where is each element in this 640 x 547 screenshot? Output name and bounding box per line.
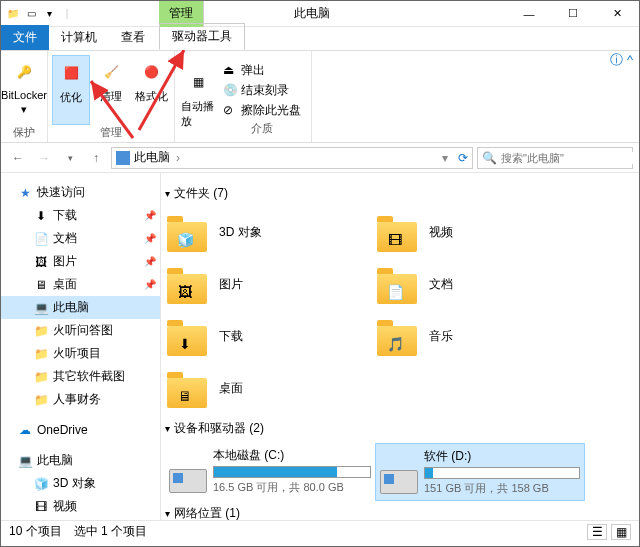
- tree-item-icon: 🖥: [33, 277, 49, 293]
- tree-item-label: 人事财务: [53, 391, 101, 408]
- tree-item[interactable]: 🧊3D 对象: [1, 472, 160, 495]
- tree-item-label: 3D 对象: [53, 475, 96, 492]
- tree-item[interactable]: 🎞视频: [1, 495, 160, 518]
- folder-item[interactable]: 🎞视频: [375, 208, 585, 256]
- folder-icon: 📄: [377, 264, 421, 304]
- star-icon: ★: [17, 185, 33, 201]
- drive-free-text: 16.5 GB 可用，共 80.0 GB: [213, 480, 371, 495]
- tree-item-icon: 🧊: [33, 476, 49, 492]
- chevron-down-icon: ▾: [165, 423, 170, 434]
- folder-icon: 🖥: [167, 368, 211, 408]
- tree-item-label: 火听问答图: [53, 322, 113, 339]
- title-bar: 📁 ▭ ▾ | 管理 此电脑 — ☐ ✕: [1, 1, 639, 27]
- section-network[interactable]: ▾网络位置 (1): [165, 505, 629, 520]
- chevron-down-icon: ▾: [165, 188, 170, 199]
- nav-tree[interactable]: ★快速访问 ⬇下载📌📄文档📌🖼图片📌🖥桌面📌💻此电脑📁火听问答图📁火听项目📁其它…: [1, 173, 161, 520]
- status-selection: 选中 1 个项目: [74, 523, 147, 540]
- ribbon-group-label: 介质: [217, 121, 307, 136]
- optimize-label: 优化: [60, 90, 82, 105]
- bitlocker-label: BitLocker: [1, 89, 47, 101]
- search-input[interactable]: [501, 152, 639, 164]
- pin-icon: 📌: [144, 256, 156, 267]
- erase-button[interactable]: ⊘擦除此光盘: [223, 102, 301, 119]
- folder-item[interactable]: 🎵音乐: [375, 312, 585, 360]
- search-box[interactable]: 🔍: [477, 147, 633, 169]
- folder-item[interactable]: 🖼图片: [165, 260, 375, 308]
- eject-icon: ⏏: [223, 63, 237, 77]
- tree-item-label: 下载: [53, 207, 77, 224]
- tree-item[interactable]: 📁火听项目: [1, 342, 160, 365]
- finalize-button[interactable]: 💿结束刻录: [223, 82, 301, 99]
- tree-item[interactable]: 📁火听问答图: [1, 319, 160, 342]
- maximize-button[interactable]: ☐: [551, 1, 595, 27]
- drive-free-text: 151 GB 可用，共 158 GB: [424, 481, 580, 496]
- tree-item-icon: 🖼: [33, 254, 49, 270]
- tree-this-pc[interactable]: 💻此电脑: [1, 449, 160, 472]
- erase-label: 擦除此光盘: [241, 102, 301, 119]
- forward-button[interactable]: →: [33, 147, 55, 169]
- folder-label: 视频: [429, 224, 453, 241]
- tree-item[interactable]: 🖼图片: [1, 518, 160, 520]
- tree-onedrive[interactable]: ☁OneDrive: [1, 419, 160, 441]
- tree-item-label: 此电脑: [53, 299, 89, 316]
- tree-item-icon: 📁: [33, 392, 49, 408]
- tree-item[interactable]: 🖥桌面📌: [1, 273, 160, 296]
- bitlocker-button[interactable]: 🔑 BitLocker ▾: [5, 55, 43, 125]
- folder-item[interactable]: 🧊3D 对象: [165, 208, 375, 256]
- tree-item[interactable]: 🖼图片📌: [1, 250, 160, 273]
- qat-item[interactable]: ▾: [41, 6, 57, 22]
- dropdown-icon[interactable]: ▾: [442, 151, 448, 165]
- minimize-button[interactable]: —: [507, 1, 551, 27]
- tab-computer[interactable]: 计算机: [49, 25, 109, 50]
- search-icon: 🔍: [482, 151, 497, 165]
- tree-item[interactable]: 📁人事财务: [1, 388, 160, 411]
- tree-item[interactable]: 📁其它软件截图: [1, 365, 160, 388]
- view-icons-button[interactable]: ▦: [611, 524, 631, 540]
- refresh-icon[interactable]: ⟳: [458, 151, 468, 165]
- drive-item[interactable]: 本地磁盘 (C:)16.5 GB 可用，共 80.0 GB: [165, 443, 375, 501]
- drive-item[interactable]: 软件 (D:)151 GB 可用，共 158 GB: [375, 443, 585, 501]
- address-bar[interactable]: 此电脑 › ▾ ⟳: [111, 147, 473, 169]
- section-label: 文件夹 (7): [174, 185, 228, 202]
- up-button[interactable]: ↑: [85, 147, 107, 169]
- eject-label: 弹出: [241, 62, 265, 79]
- view-details-button[interactable]: ☰: [587, 524, 607, 540]
- folder-item[interactable]: ⬇下载: [165, 312, 375, 360]
- tree-item-icon: 📁: [33, 346, 49, 362]
- close-button[interactable]: ✕: [595, 1, 639, 27]
- content-pane[interactable]: ▾文件夹 (7) 🧊3D 对象🎞视频🖼图片📄文档⬇下载🎵音乐🖥桌面 ▾设备和驱动…: [161, 173, 639, 520]
- optimize-icon: 🟥: [56, 58, 86, 88]
- folder-label: 音乐: [429, 328, 453, 345]
- eject-button[interactable]: ⏏弹出: [223, 62, 301, 79]
- drive-usage-bar: [213, 466, 371, 478]
- folder-label: 下载: [219, 328, 243, 345]
- folder-icon: 🎞: [377, 212, 421, 252]
- tab-drive-tools[interactable]: 驱动器工具: [159, 23, 245, 50]
- cloud-icon: ☁: [17, 422, 33, 438]
- recent-dropdown[interactable]: ▾: [59, 147, 81, 169]
- finalize-label: 结束刻录: [241, 82, 289, 99]
- chevron-right-icon[interactable]: ›: [176, 151, 180, 165]
- back-button[interactable]: ←: [7, 147, 29, 169]
- qat-item[interactable]: ▭: [23, 6, 39, 22]
- tree-quick-access[interactable]: ★快速访问: [1, 181, 160, 204]
- folder-label: 桌面: [219, 380, 243, 397]
- tree-item[interactable]: ⬇下载📌: [1, 204, 160, 227]
- breadcrumb-root[interactable]: 此电脑: [134, 149, 170, 166]
- bitlocker-icon: 🔑: [9, 57, 39, 87]
- tab-file[interactable]: 文件: [1, 25, 49, 50]
- status-count: 10 个项目: [9, 523, 62, 540]
- location-icon: [116, 151, 130, 165]
- folder-label: 3D 对象: [219, 224, 262, 241]
- tree-label: OneDrive: [37, 423, 88, 437]
- folder-icon: 🎵: [377, 316, 421, 356]
- tree-item[interactable]: 📄文档📌: [1, 227, 160, 250]
- tree-item[interactable]: 💻此电脑: [1, 296, 160, 319]
- chevron-down-icon: ▾: [165, 508, 170, 519]
- qat-sep: |: [59, 6, 75, 22]
- folder-item[interactable]: 📄文档: [375, 260, 585, 308]
- folder-item[interactable]: 🖥桌面: [165, 364, 375, 412]
- section-folders[interactable]: ▾文件夹 (7): [165, 185, 629, 202]
- section-drives[interactable]: ▾设备和驱动器 (2): [165, 420, 629, 437]
- tree-item-icon: 📁: [33, 369, 49, 385]
